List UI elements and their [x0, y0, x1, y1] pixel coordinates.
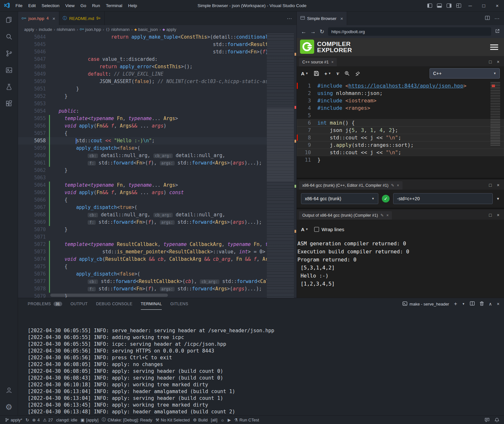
- status-cmake[interactable]: ⓘCMake: [Debug]: Ready: [100, 416, 154, 424]
- code-line[interactable]: 5047 case value_t::discarded:: [18, 56, 296, 63]
- rename-pane-icon[interactable]: ✎: [391, 183, 394, 188]
- wrap-lines-toggle[interactable]: Wrap lines: [314, 227, 344, 232]
- zoom-icon[interactable]: [344, 71, 350, 76]
- menu-help[interactable]: Help: [125, 0, 140, 12]
- menu-edit[interactable]: Edit: [25, 0, 39, 12]
- code-line[interactable]: 5060 cb: detail::null_arg, cb_arg: detai…: [18, 152, 296, 159]
- image-preview-icon[interactable]: [0, 62, 18, 79]
- code-line[interactable]: 5061 f: std::forward<Fn>(f), args: std::…: [18, 159, 296, 167]
- kill-terminal-icon[interactable]: [480, 301, 484, 307]
- panel-tab-gitlens[interactable]: GITLENS: [170, 298, 188, 310]
- code-line[interactable]: 5072 template<typename ResultCallback, t…: [18, 241, 296, 248]
- code-line[interactable]: 9 j.apply(std::ranges::sort);: [297, 141, 504, 149]
- ce-source-editor[interactable]: 1#include <https://localhost:8443/apply/…: [297, 80, 504, 178]
- save-icon[interactable]: [314, 71, 319, 76]
- status-branch[interactable]: apply*: [3, 416, 24, 424]
- code-line[interactable]: 5046 std::forward<Fn>(f),: [18, 48, 296, 56]
- extensions-icon[interactable]: [0, 95, 18, 112]
- breadcrumb-item-nlohmann[interactable]: {}nlohmann: [105, 27, 130, 32]
- status-debug[interactable]: ☼: [219, 416, 226, 424]
- ce-logo-icon[interactable]: [300, 40, 314, 55]
- code-line[interactable]: 10 std::cout << j << "\n";: [297, 149, 504, 156]
- status-errors[interactable]: ⊗4: [31, 416, 41, 424]
- close-pane-icon[interactable]: ×: [497, 183, 499, 188]
- code-line[interactable]: 5066 {: [18, 196, 296, 204]
- code-line[interactable]: 5052 }: [18, 93, 296, 100]
- code-line[interactable]: 5044 return apply_make_tuple<ConstThis>(…: [18, 33, 296, 41]
- close-pane-icon[interactable]: ×: [386, 213, 389, 218]
- rename-pane-icon[interactable]: ✎: [381, 213, 384, 218]
- menu-view[interactable]: View: [63, 0, 78, 12]
- source-pane-tab[interactable]: C++ source #1 ×: [299, 58, 337, 66]
- tab-simple-browser[interactable]: Simple Browser ×: [297, 12, 347, 25]
- code-line[interactable]: 1#include <https://localhost:8443/apply/…: [297, 82, 504, 90]
- maximize-panel-icon[interactable]: ∧: [489, 301, 492, 306]
- editor-tab-json.hpp[interactable]: C++json.hpp4×: [18, 12, 59, 25]
- output-pane-tab[interactable]: Output of x86-64 gcc (trunk) (Compiler #…: [299, 211, 392, 220]
- new-terminal-icon[interactable]: +: [454, 301, 457, 307]
- close-tab-icon[interactable]: ×: [53, 16, 55, 21]
- url-input[interactable]: https://godbolt.org: [328, 27, 491, 36]
- menu-go[interactable]: Go: [78, 0, 89, 12]
- args-dropdown-icon[interactable]: ▼: [496, 197, 500, 201]
- compiler-pane-tab[interactable]: x86-64 gcc (trunk) (C++, Editor #1, Comp…: [299, 181, 402, 190]
- panel-tab-debug-console[interactable]: DEBUG CONSOLE: [96, 298, 132, 310]
- ce-logo-text[interactable]: COMPILER EXPLORER: [317, 41, 352, 53]
- code-editor[interactable]: 5044 return apply_make_tuple<ConstThis>(…: [18, 33, 296, 298]
- feedback-icon[interactable]: [483, 416, 491, 424]
- minimap-slider[interactable]: [267, 108, 294, 182]
- code-line[interactable]: 5045 std::forward<ResultCallback>(cb),: [18, 41, 296, 48]
- close-pane-icon[interactable]: ×: [497, 212, 499, 218]
- maximize-button[interactable]: □: [477, 0, 490, 12]
- code-line[interactable]: 5055 template<typename Fn, typename... A…: [18, 115, 296, 122]
- panel-tab-output[interactable]: OUTPUT: [71, 298, 88, 310]
- customize-layout-icon[interactable]: [454, 0, 463, 12]
- code-line[interactable]: 5067 apply_dispatch<true>(: [18, 204, 296, 211]
- code-line[interactable]: 5: [297, 112, 504, 119]
- code-line[interactable]: 5075 {: [18, 263, 296, 270]
- code-line[interactable]: 5051 }: [18, 85, 296, 93]
- add-pane-button[interactable]: + ▼: [325, 71, 331, 76]
- menu-selection[interactable]: Selection: [39, 0, 63, 12]
- terminal[interactable]: [2022-04-30 06:05:55] INFO: serve_header…: [18, 310, 504, 415]
- maximize-pane-icon[interactable]: □: [489, 212, 491, 218]
- code-line[interactable]: 5063: [18, 174, 296, 182]
- code-line[interactable]: 5049 default: // LCOV_EXCL_LINE: [18, 71, 296, 78]
- vim-mode-icon[interactable]: v: [336, 70, 339, 77]
- code-line[interactable]: 4#include <ranges>: [297, 104, 504, 112]
- minimize-button[interactable]: ─: [463, 0, 477, 12]
- close-pane-icon[interactable]: ×: [397, 183, 399, 188]
- status-build[interactable]: ⚙Build: [191, 416, 209, 424]
- code-line[interactable]: 5057 {: [18, 130, 296, 137]
- breadcrumb-item-nlohmann[interactable]: nlohmann: [56, 27, 75, 32]
- code-line[interactable]: 5073 std::is_member_pointer<ResultCallba…: [18, 248, 296, 256]
- code-line[interactable]: 3#include <iostream>: [297, 97, 504, 104]
- code-line[interactable]: 5062 }: [18, 167, 296, 174]
- code-line[interactable]: 7 json j{5, 3, 1, 4, 2};: [297, 127, 504, 134]
- code-line[interactable]: 5048 return apply_error<ConstThis>();: [18, 63, 296, 71]
- wrap-lines-checkbox[interactable]: [314, 227, 319, 232]
- open-external-icon[interactable]: [495, 29, 500, 34]
- hamburger-menu-icon[interactable]: [490, 43, 498, 51]
- code-line[interactable]: 5070 }: [18, 226, 296, 233]
- status-sync[interactable]: ↻: [24, 416, 31, 424]
- code-line[interactable]: 5065 void apply(Fn&& f, Args&& ... args)…: [18, 189, 296, 196]
- maximize-pane-icon[interactable]: □: [489, 183, 491, 188]
- close-pane-icon[interactable]: ×: [497, 59, 499, 64]
- close-button[interactable]: ×: [490, 0, 504, 12]
- maximize-pane-icon[interactable]: □: [489, 59, 491, 64]
- toggle-sidebar-icon[interactable]: [425, 0, 434, 12]
- search-icon[interactable]: [0, 28, 18, 45]
- split-terminal-icon[interactable]: [470, 301, 475, 306]
- status-warnings[interactable]: ⚠27: [41, 416, 54, 424]
- language-select[interactable]: C++ ▼: [430, 68, 500, 79]
- code-line[interactable]: 5071: [18, 233, 296, 241]
- vscode-logo-icon[interactable]: [4, 2, 10, 9]
- breadcrumb-item-apply[interactable]: ◆apply: [162, 27, 177, 32]
- minimap[interactable]: [267, 33, 294, 298]
- code-line[interactable]: 5053: [18, 100, 296, 108]
- ce-minimap[interactable]: [490, 82, 500, 146]
- code-line[interactable]: 5064 template<typename Fn, typename... A…: [18, 182, 296, 189]
- panel-tab-terminal[interactable]: TERMINAL: [141, 298, 162, 310]
- code-line[interactable]: 5068 cb: detail::null_arg, cb_arg: detai…: [18, 211, 296, 219]
